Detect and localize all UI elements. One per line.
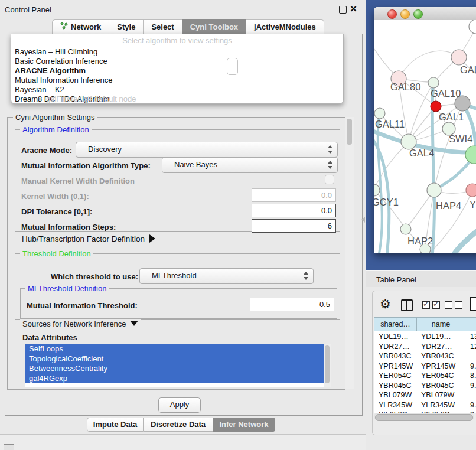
- tab-impute-data[interactable]: Impute Data: [87, 418, 144, 432]
- tab-cyni-toolbox[interactable]: Cyni Toolbox: [182, 19, 246, 34]
- close-icon[interactable]: ×: [350, 1, 357, 17]
- table-cell-shared[interactable]: YBL079W: [379, 390, 412, 400]
- tab-infer-network[interactable]: Infer Network: [213, 418, 275, 432]
- list-item-selfloops[interactable]: SelfLoops: [25, 344, 331, 354]
- table-cell-v[interactable]: 8.: [470, 371, 476, 381]
- tab-style[interactable]: Style: [109, 19, 144, 34]
- network-canvas[interactable]: GAL GAL80 GAL10 GAL11 GAL1 GAL4 SWI4 GCY…: [374, 20, 476, 253]
- table-row[interactable]: YDL19…YDL19…13: [374, 332, 476, 342]
- aracne-mode-combo[interactable]: Discovery: [76, 142, 338, 158]
- close-traffic-light-icon[interactable]: [387, 9, 397, 19]
- table-cell-shared[interactable]: YDR27…: [379, 342, 410, 352]
- apply-button[interactable]: Apply: [158, 397, 201, 413]
- zoom-traffic-light-icon[interactable]: [413, 9, 423, 19]
- table-cell-v[interactable]: 9.: [470, 400, 476, 410]
- network-tab-icon: [60, 20, 68, 34]
- list-scrollbar[interactable]: [324, 344, 331, 387]
- collapse-down-icon: [130, 321, 138, 326]
- mi-type-combo[interactable]: Naive Bayes: [162, 157, 338, 173]
- node-selected-red[interactable]: [431, 101, 441, 112]
- column-header-clipped[interactable]: [465, 317, 476, 331]
- tab-select[interactable]: Select: [144, 19, 182, 34]
- table-cell-shared[interactable]: YLR345W: [379, 400, 412, 410]
- gear-icon[interactable]: ⚙: [380, 298, 391, 310]
- node-hap2[interactable]: [400, 224, 411, 234]
- tab-network-label: Network: [71, 20, 101, 34]
- table-row[interactable]: YBR045CYBR045C9.: [374, 381, 476, 391]
- dropdown-item-bayesian-k2[interactable]: Bayesian – K2: [15, 85, 64, 94]
- table-cell-name[interactable]: YPR145W: [421, 361, 455, 371]
- stepper-icon: [303, 271, 308, 281]
- hub-definition-toggle[interactable]: Hub/Transcription Factor Definition: [22, 234, 155, 243]
- table-row[interactable]: YBL079WYBL079W: [374, 390, 476, 400]
- settings-scrollbar[interactable]: [345, 117, 354, 389]
- node[interactable]: [469, 20, 476, 34]
- dpi-tolerance-field[interactable]: 0.0: [252, 204, 336, 217]
- table-row[interactable]: YPR145WYPR145W9.: [374, 361, 476, 371]
- mi-threshold-field[interactable]: 0.5: [250, 298, 334, 311]
- table-cell-name[interactable]: YDR27…: [421, 342, 452, 352]
- algorithm-dropdown: Select algorithm to view settings Bayesi…: [11, 34, 344, 104]
- table-row[interactable]: YDR27…YDR27…12: [374, 342, 476, 352]
- table-hscrollbar[interactable]: [374, 413, 474, 420]
- table-cell-v[interactable]: 13: [470, 332, 476, 342]
- node[interactable]: [428, 77, 439, 88]
- table-row[interactable]: YER054CYER054C8.: [374, 371, 476, 381]
- checked-box-icon[interactable]: [432, 301, 440, 309]
- minimized-panel-icon[interactable]: [4, 444, 14, 450]
- float-window-icon[interactable]: [339, 6, 347, 14]
- node-hap4[interactable]: [427, 183, 441, 197]
- node-swi4[interactable]: [465, 146, 476, 164]
- kernel-width-label: Kernel Width (0,1):: [21, 192, 89, 201]
- node[interactable]: [466, 184, 476, 197]
- list-item-gal4rgexp[interactable]: gal4RGexp: [25, 374, 331, 384]
- which-threshold-combo[interactable]: MI Threshold: [139, 268, 314, 284]
- node[interactable]: [374, 108, 385, 119]
- field-corner-fragment: [227, 58, 238, 75]
- minimize-traffic-light-icon[interactable]: [400, 9, 410, 19]
- table-cell-v[interactable]: 9.: [470, 361, 476, 371]
- sources-title[interactable]: Sources for Network Inference: [20, 319, 141, 328]
- table-cell-name[interactable]: YDL19…: [421, 332, 451, 342]
- list-item-topologicalcoefficient[interactable]: TopologicalCoefficient: [25, 354, 331, 364]
- table-hscrollbar-thumb[interactable]: [375, 414, 473, 421]
- columns-icon[interactable]: [401, 299, 413, 311]
- document-icon[interactable]: [470, 297, 476, 311]
- control-panel: Control Panel × Network Style Select Cyn…: [0, 0, 366, 435]
- table-cell-name[interactable]: YBR045C: [421, 381, 454, 391]
- table-cell-name[interactable]: YLR345W: [421, 400, 455, 410]
- network-window-titlebar[interactable]: [374, 7, 476, 21]
- table-cell-name[interactable]: YER054C: [421, 371, 454, 381]
- table-cell-shared[interactable]: YBR045C: [379, 381, 412, 391]
- column-header-name[interactable]: name: [416, 317, 465, 331]
- mi-steps-field[interactable]: 6: [252, 219, 336, 233]
- unchecked-box-icon[interactable]: [455, 301, 462, 309]
- table-cell-name[interactable]: YBL079W: [421, 390, 454, 400]
- dropdown-item-aracne[interactable]: ARACNE Algorithm: [15, 66, 86, 76]
- table-cell-v[interactable]: 9.: [470, 381, 476, 391]
- tab-network[interactable]: Network: [52, 19, 109, 34]
- dropdown-item-basic-correlation[interactable]: Basic Correlation Inference: [15, 57, 107, 66]
- tab-discretize-data[interactable]: Discretize Data: [144, 418, 213, 432]
- table-cell-name[interactable]: YBR043C: [421, 351, 454, 361]
- control-panel-tabbar: Network Style Select Cyni Toolbox jActiv…: [52, 19, 324, 34]
- column-header-shared-name[interactable]: shared…: [374, 317, 417, 331]
- table-row[interactable]: YLR345WYLR345W9.: [374, 400, 476, 410]
- node[interactable]: [451, 50, 467, 65]
- table-row[interactable]: YBR043CYBR043C: [374, 351, 476, 361]
- dropdown-item-bayesian-hill[interactable]: Bayesian – Hill Climbing: [15, 47, 97, 57]
- list-item-betweennesscentrality[interactable]: BetweennessCentrality: [25, 364, 331, 374]
- node-gcy1[interactable]: [374, 184, 380, 196]
- cyni-bottom-tabbar: Impute Data Discretize Data Infer Networ…: [87, 418, 275, 432]
- dropdown-item-mutual-information[interactable]: Mutual Information Inference: [15, 76, 112, 85]
- node-label: GAL80: [390, 81, 420, 92]
- table-cell-shared[interactable]: YER054C: [379, 371, 412, 381]
- panel-splitter-handle[interactable]: [361, 217, 365, 223]
- table-cell-shared[interactable]: YPR145W: [379, 361, 413, 371]
- checked-box-icon[interactable]: [422, 301, 430, 309]
- table-cell-shared[interactable]: YBR043C: [379, 351, 412, 361]
- table-cell-shared[interactable]: YDL19…: [379, 332, 409, 342]
- tab-jactivemnodules[interactable]: jActiveMNodules: [246, 19, 324, 34]
- unchecked-box-icon[interactable]: [445, 301, 452, 309]
- table-cell-v[interactable]: 12: [470, 342, 476, 352]
